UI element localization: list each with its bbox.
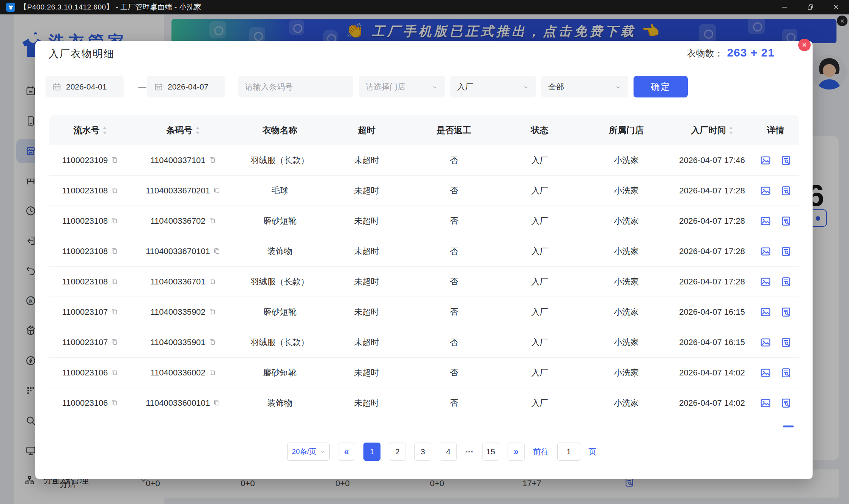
image-preview-button[interactable] (760, 215, 771, 227)
image-preview-button[interactable] (760, 276, 771, 287)
confirm-button[interactable]: 确定 (634, 76, 688, 97)
store-cell: 小洗家 (580, 327, 672, 357)
column-label: 详情 (767, 124, 785, 136)
column-header-衣物名称[interactable]: 衣物名称 (235, 115, 324, 145)
order-detail-button[interactable] (780, 246, 792, 257)
copy-icon[interactable] (209, 277, 216, 284)
sort-icons[interactable] (102, 126, 107, 135)
end-date-picker[interactable]: 2026-04-07 (147, 76, 225, 97)
copy-icon[interactable] (111, 399, 118, 406)
serial-cell-text: 1100023106 (62, 398, 108, 408)
overtime-cell: 未超时 (324, 297, 409, 327)
barcode-cell: 110400336701 (131, 267, 235, 297)
copy-icon[interactable] (209, 338, 216, 345)
restore-button[interactable] (797, 0, 823, 14)
column-header-超时[interactable]: 超时 (324, 115, 409, 145)
column-header-详情[interactable]: 详情 (752, 115, 799, 145)
copy-icon[interactable] (213, 247, 220, 254)
page-button-15[interactable]: 15 (482, 443, 499, 461)
order-detail-button[interactable] (780, 215, 792, 227)
image-preview-button[interactable] (760, 337, 771, 348)
rework-cell: 否 (409, 388, 499, 418)
image-preview-button[interactable] (760, 185, 771, 196)
page-button-3[interactable]: 3 (414, 443, 431, 461)
copy-icon[interactable] (209, 368, 216, 375)
column-header-条码号[interactable]: 条码号 (131, 115, 235, 145)
minimize-button[interactable] (772, 0, 797, 14)
copy-icon[interactable] (213, 186, 220, 193)
overtime-cell: 未超时 (324, 267, 409, 297)
intake-time-cell: 2026-04-07 16:15 (672, 327, 752, 357)
order-detail-button[interactable] (780, 276, 792, 287)
order-detail-button[interactable] (780, 185, 792, 196)
page-button-4[interactable]: 4 (440, 443, 457, 461)
column-label: 是否返工 (437, 124, 472, 136)
copy-icon[interactable] (209, 217, 216, 224)
calendar-icon (52, 82, 61, 91)
order-detail-button[interactable] (780, 367, 792, 378)
column-header-是否返工[interactable]: 是否返工 (409, 115, 499, 145)
intake-time-cell: 2026-04-07 14:02 (672, 388, 752, 418)
next-page-button[interactable]: » (508, 443, 525, 461)
store-cell-text: 小洗家 (614, 155, 639, 166)
rework-cell-text: 否 (450, 185, 458, 196)
status-cell-text: 入厂 (531, 337, 548, 348)
copy-icon[interactable] (111, 217, 118, 224)
copy-icon[interactable] (111, 186, 118, 193)
image-preview-button[interactable] (760, 306, 771, 318)
order-detail-button[interactable] (780, 337, 792, 348)
status-select[interactable]: 入厂 (450, 76, 536, 97)
chevron-down-icon (319, 449, 325, 455)
barcode-cell: 110400337101 (131, 145, 235, 175)
image-preview-button[interactable] (760, 246, 771, 257)
status-select-value: 入厂 (457, 82, 473, 92)
column-label: 所属门店 (609, 124, 644, 136)
start-date-picker[interactable]: 2026-04-01 (46, 76, 124, 97)
copy-icon[interactable] (111, 277, 118, 284)
column-header-流水号[interactable]: 流水号 (49, 115, 131, 145)
serial-cell: 1100023108 (49, 206, 131, 236)
column-label: 状态 (531, 124, 549, 136)
copy-icon[interactable] (111, 247, 118, 254)
barcode-input[interactable] (245, 82, 346, 91)
status-cell-text: 入厂 (531, 397, 548, 409)
goto-page-input[interactable] (557, 443, 580, 461)
page-button-2[interactable]: 2 (389, 443, 406, 461)
page-size-select[interactable]: 20条/页 (287, 443, 330, 461)
copy-icon[interactable] (111, 338, 118, 345)
table-row: 110002310811040033670101装饰物未超时否入厂小洗家2026… (49, 236, 799, 267)
scope-select[interactable]: 全部 (541, 76, 628, 97)
order-detail-button[interactable] (780, 155, 792, 166)
copy-icon[interactable] (209, 308, 216, 315)
copy-icon[interactable] (111, 308, 118, 315)
barcode-cell: 110400335901 (131, 327, 235, 357)
barcode-cell-text: 11040033670101 (146, 247, 210, 256)
page-button-1[interactable]: 1 (363, 443, 380, 461)
copy-icon[interactable] (111, 368, 118, 375)
order-detail-button[interactable] (780, 306, 792, 318)
prev-page-button[interactable]: « (338, 443, 355, 461)
column-header-入厂时间[interactable]: 入厂时间 (672, 115, 752, 145)
barcode-search-field[interactable] (238, 76, 353, 97)
horizontal-scrollbar-thumb[interactable] (783, 425, 794, 427)
image-preview-button[interactable] (760, 397, 771, 409)
store-select[interactable]: 请选择门店 (359, 76, 445, 97)
close-window-button[interactable] (823, 0, 849, 14)
copy-icon[interactable] (209, 156, 216, 163)
image-preview-button[interactable] (760, 155, 771, 166)
pagination: 20条/页«1234⋯15»前往页 (287, 443, 596, 461)
store-cell-text: 小洗家 (614, 185, 639, 196)
copy-icon[interactable] (213, 399, 220, 406)
calendar-icon (154, 82, 163, 91)
image-preview-button[interactable] (760, 367, 771, 378)
column-header-所属门店[interactable]: 所属门店 (580, 115, 672, 145)
sort-icons[interactable] (195, 126, 200, 135)
column-header-状态[interactable]: 状态 (499, 115, 580, 145)
order-detail-button[interactable] (780, 397, 792, 409)
clothes-count: 衣物数： 263 + 21 (687, 46, 775, 60)
modal-close-button[interactable] (798, 39, 811, 51)
copy-icon[interactable] (111, 156, 118, 163)
rework-cell: 否 (409, 297, 499, 327)
sort-icons[interactable] (729, 126, 733, 135)
barcode-cell: 110400336702 (131, 206, 235, 236)
